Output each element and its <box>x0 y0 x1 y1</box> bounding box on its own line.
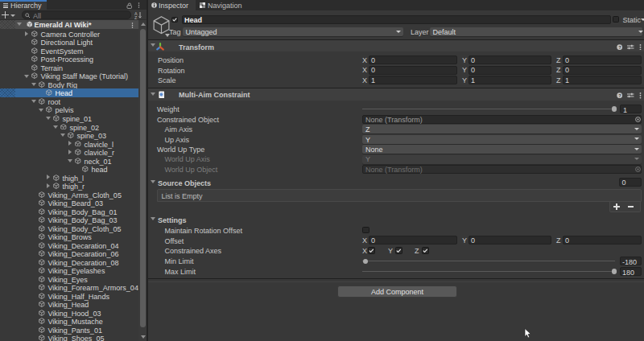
svg-text:Z: Z <box>134 15 138 19</box>
